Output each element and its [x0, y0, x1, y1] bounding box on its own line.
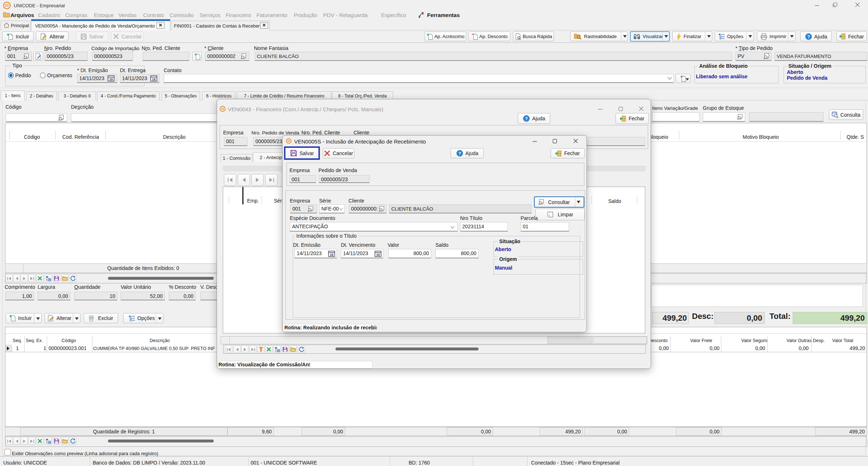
svg-text:15: 15: [109, 78, 113, 81]
svg-text:15: 15: [152, 78, 155, 81]
svg-text:?: ?: [458, 151, 461, 156]
svg-text:?: ?: [807, 34, 810, 39]
svg-text:?: ?: [525, 116, 528, 121]
svg-text:15: 15: [376, 253, 380, 257]
svg-text:15: 15: [330, 253, 333, 257]
